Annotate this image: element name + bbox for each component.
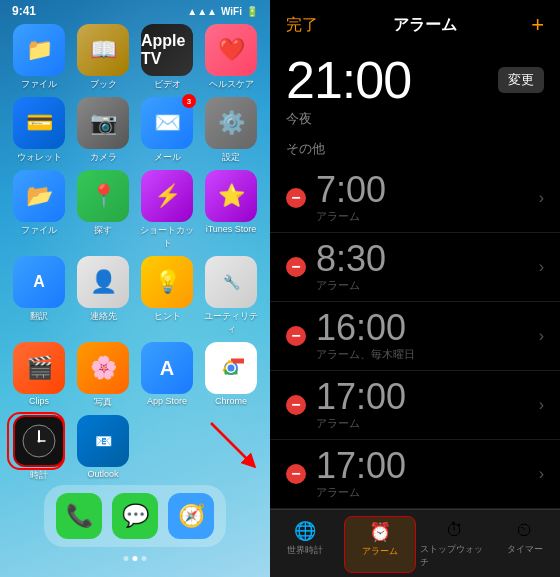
outlook-label: Outlook [87, 469, 118, 479]
alarm-title: アラーム [393, 15, 457, 36]
books-label: ブック [90, 78, 117, 91]
app-outlook[interactable]: 📧 Outlook [74, 415, 132, 482]
clips-icon: 🎬 [13, 342, 65, 394]
dock: 📞 💬 🧭 [44, 485, 226, 547]
world-clock-icon: 🌐 [294, 520, 316, 542]
alarm-minus-1600[interactable]: − [286, 326, 306, 346]
app-appstore[interactable]: A App Store [138, 342, 196, 409]
chevron-icon-830: › [539, 258, 544, 276]
camera-icon: 📷 [77, 97, 129, 149]
app-chrome[interactable]: Chrome [202, 342, 260, 409]
alarm-minus-1700a[interactable]: − [286, 395, 306, 415]
timer-label: タイマー [507, 543, 543, 556]
files2-icon: 📂 [13, 170, 65, 222]
alarm-item-1700a[interactable]: − 17:00 アラーム › [270, 371, 560, 440]
app-itunes[interactable]: ⭐ iTunes Store [202, 170, 260, 250]
app-clips[interactable]: 🎬 Clips [10, 342, 68, 409]
chevron-icon-1700b: › [539, 465, 544, 483]
app-health[interactable]: ❤️ ヘルスケア [202, 24, 260, 91]
svg-point-7 [38, 440, 41, 443]
contacts-label: 連絡先 [90, 310, 117, 323]
app-find[interactable]: 📍 探す [74, 170, 132, 250]
tips-label: ヒント [154, 310, 181, 323]
tab-stopwatch[interactable]: ⏱ ストップウォッチ [420, 516, 490, 573]
tab-timer[interactable]: ⏲ タイマー [490, 516, 560, 573]
app-photos[interactable]: 🌸 写真 [74, 342, 132, 409]
utilities-icon: 🔧 [205, 256, 257, 308]
alarm-item-700[interactable]: − 7:00 アラーム › [270, 164, 560, 233]
app-tips[interactable]: 💡 ヒント [138, 256, 196, 336]
other-section-title: その他 [270, 136, 560, 164]
find-label: 探す [94, 224, 112, 237]
app-utilities[interactable]: 🔧 ユーティリティ [202, 256, 260, 336]
photos-label: 写真 [94, 396, 112, 409]
books-icon: 📖 [77, 24, 129, 76]
app-camera[interactable]: 📷 カメラ [74, 97, 132, 164]
dock-safari[interactable]: 🧭 [168, 493, 214, 539]
alarm-time-700: 7:00 [316, 172, 539, 208]
alarm-minus-830[interactable]: − [286, 257, 306, 277]
svg-point-3 [228, 365, 235, 372]
change-button[interactable]: 変更 [498, 67, 544, 93]
files2-label: ファイル [21, 224, 57, 237]
battery-icon: 🔋 [246, 6, 258, 17]
dock-phone[interactable]: 📞 [56, 493, 102, 539]
alarm-label-830: アラーム [316, 278, 539, 293]
alarm-item-1700b[interactable]: − 17:00 アラーム › [270, 440, 560, 509]
main-alarm-section: 21:00 変更 [270, 46, 560, 110]
tv-icon: Apple TV [141, 24, 193, 76]
alarm-time-830: 8:30 [316, 241, 539, 277]
status-time: 9:41 [12, 4, 36, 18]
alarm-list: − 7:00 アラーム › − 8:30 アラーム › − 16:00 アラーム… [270, 164, 560, 509]
alarm-label-1700b: アラーム [316, 485, 539, 500]
find-icon: 📍 [77, 170, 129, 222]
timer-icon: ⏲ [516, 520, 534, 541]
utilities-label: ユーティリティ [202, 310, 260, 336]
alarm-info-830: 8:30 アラーム [316, 241, 539, 293]
alarm-label-700: アラーム [316, 209, 539, 224]
health-label: ヘルスケア [209, 78, 254, 91]
app-contacts[interactable]: 👤 連絡先 [74, 256, 132, 336]
alarm-info-700: 7:00 アラーム [316, 172, 539, 224]
files-icon: 📁 [13, 24, 65, 76]
app-translate[interactable]: A 翻訳 [10, 256, 68, 336]
translate-label: 翻訳 [30, 310, 48, 323]
health-icon: ❤️ [205, 24, 257, 76]
mail-badge: 3 [182, 94, 196, 108]
add-alarm-button[interactable]: + [531, 12, 544, 38]
alarm-item-1600[interactable]: − 16:00 アラーム、毎木曜日 › [270, 302, 560, 371]
alarm-info-1700a: 17:00 アラーム [316, 379, 539, 431]
clock-app-header: 完了 アラーム + [270, 0, 560, 46]
stopwatch-label: ストップウォッチ [420, 543, 490, 569]
app-shortcuts[interactable]: ⚡ ショートカット [138, 170, 196, 250]
done-button[interactable]: 完了 [286, 15, 318, 36]
app-clock[interactable]: 時計 [10, 415, 68, 482]
dot-1 [124, 556, 129, 561]
alarm-item-830[interactable]: − 8:30 アラーム › [270, 233, 560, 302]
app-wallet[interactable]: 💳 ウォレット [10, 97, 68, 164]
app-books[interactable]: 📖 ブック [74, 24, 132, 91]
alarm-time-1700b: 17:00 [316, 448, 539, 484]
app-settings[interactable]: ⚙️ 設定 [202, 97, 260, 164]
clock-icon [13, 415, 65, 467]
mail-icon: ✉️ 3 [141, 97, 193, 149]
alarm-tab-icon: ⏰ [369, 521, 391, 543]
alarm-minus-1700b[interactable]: − [286, 464, 306, 484]
app-mail[interactable]: ✉️ 3 メール [138, 97, 196, 164]
tab-alarm[interactable]: ⏰ アラーム [344, 516, 416, 573]
wallet-label: ウォレット [17, 151, 62, 164]
app-files[interactable]: 📁 ファイル [10, 24, 68, 91]
dock-messages[interactable]: 💬 [112, 493, 158, 539]
app-tv[interactable]: Apple TV ビデオ [138, 24, 196, 91]
tab-world-clock[interactable]: 🌐 世界時計 [270, 516, 340, 573]
alarm-minus-700[interactable]: − [286, 188, 306, 208]
alarm-info-1700b: 17:00 アラーム [316, 448, 539, 500]
alarm-time-1600: 16:00 [316, 310, 539, 346]
svg-line-9 [211, 423, 251, 463]
wifi-icon: WiFi [221, 6, 242, 17]
outlook-icon: 📧 [77, 415, 129, 467]
stopwatch-icon: ⏱ [446, 520, 464, 541]
app-files2[interactable]: 📂 ファイル [10, 170, 68, 250]
appstore-label: App Store [147, 396, 187, 406]
arrow-indicator [206, 418, 256, 472]
